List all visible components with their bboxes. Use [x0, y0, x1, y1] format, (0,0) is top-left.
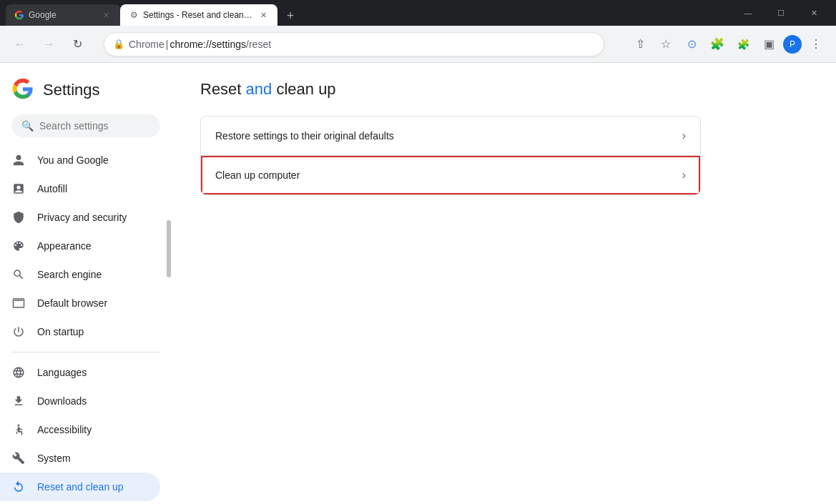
back-button[interactable]: ← — [9, 33, 31, 56]
search-input[interactable] — [39, 120, 150, 132]
search-container: 🔍 — [0, 114, 172, 146]
sidebar-item-accessibility[interactable]: Accessibility — [0, 415, 160, 444]
appearance-icon — [11, 239, 26, 253]
title-bar: Google ✕ ⚙ Settings - Reset and clean up… — [0, 0, 836, 26]
restore-defaults-row[interactable]: Restore settings to their original defau… — [201, 117, 700, 156]
tab-settings-title: Settings - Reset and clean up — [143, 10, 253, 20]
sidebar-item-privacy-security[interactable]: Privacy and security — [0, 203, 160, 232]
url-separator: | — [166, 39, 169, 50]
address-bar: ← → ↻ 🔒 Chrome | chrome://settings /rese… — [0, 26, 836, 63]
sidebar-item-default-browser[interactable]: Default browser — [0, 289, 160, 317]
sidebar-nav: You and Google Autofill Privacy and secu… — [0, 146, 172, 504]
forward-button[interactable]: → — [37, 33, 60, 56]
google-logo — [11, 77, 34, 103]
reload-button[interactable]: ↻ — [66, 33, 89, 56]
browser-content: Settings 🔍 You and Google — [0, 63, 836, 504]
sidebar-scrollbar[interactable] — [166, 63, 172, 504]
sidebar-item-reset-clean[interactable]: Reset and clean up — [0, 473, 160, 501]
tab-google-close[interactable]: ✕ — [100, 9, 112, 21]
languages-icon — [11, 365, 26, 380]
minimize-button[interactable]: — — [732, 0, 764, 26]
page-heading-link: and — [246, 80, 272, 98]
url-bar[interactable]: 🔒 Chrome | chrome://settings /reset — [104, 32, 604, 56]
autofill-icon — [11, 182, 26, 196]
reset-icon — [11, 480, 26, 494]
sidebar-item-system[interactable]: System — [0, 444, 160, 473]
menu-button[interactable]: ⋮ — [805, 33, 827, 56]
sidebar-label-languages: Languages — [37, 367, 87, 378]
settings-sidebar: Settings 🔍 You and Google — [0, 63, 172, 504]
profile-avatar[interactable]: P — [783, 35, 802, 54]
share-button[interactable]: ⇧ — [629, 33, 651, 56]
restore-defaults-label: Restore settings to their original defau… — [215, 130, 394, 142]
sidebar-item-languages[interactable]: Languages — [0, 358, 160, 387]
tab-settings-close[interactable]: ✕ — [257, 9, 269, 21]
sidebar-label-system: System — [37, 453, 71, 464]
accessibility-icon — [11, 423, 26, 437]
settings-card: Restore settings to their original defau… — [200, 116, 701, 195]
tab-settings-favicon: ⚙ — [129, 10, 139, 20]
url-scheme: Chrome — [129, 39, 164, 50]
settings-header: Settings — [0, 69, 172, 114]
sidebar-item-search-engine[interactable]: Search engine — [0, 260, 160, 289]
tab-bar: Google ✕ ⚙ Settings - Reset and clean up… — [0, 4, 726, 26]
sidebar-label-downloads: Downloads — [37, 395, 87, 407]
sidebar-label-search-engine: Search engine — [37, 269, 102, 280]
restore-defaults-arrow: › — [682, 129, 686, 142]
page-heading-text2: clean up — [272, 80, 335, 98]
url-text: Chrome | chrome://settings /reset — [129, 39, 271, 50]
sidebar-label-appearance: Appearance — [37, 240, 92, 252]
new-tab-button[interactable]: + — [280, 6, 300, 26]
settings-title: Settings — [43, 81, 100, 99]
sidebar-item-appearance[interactable]: Appearance — [0, 232, 160, 260]
sidebar-item-you-and-google[interactable]: You and Google — [0, 146, 160, 174]
main-content: Reset and clean up Restore settings to t… — [172, 63, 836, 504]
browser-frame: Google ✕ ⚙ Settings - Reset and clean up… — [0, 0, 836, 504]
maximize-button[interactable]: ☐ — [764, 0, 797, 26]
tab-settings[interactable]: ⚙ Settings - Reset and clean up ✕ — [120, 4, 277, 26]
sidebar-item-autofill[interactable]: Autofill — [0, 174, 160, 203]
tab-google-favicon — [14, 10, 24, 20]
window-controls: — ☐ ✕ — [726, 0, 836, 26]
url-security-icon: 🔒 — [113, 39, 124, 49]
downloads-icon — [11, 394, 26, 408]
sidebar-label-reset-clean: Reset and clean up — [37, 481, 124, 493]
sidebar-label-accessibility: Accessibility — [37, 424, 92, 435]
default-browser-icon — [11, 296, 26, 310]
clean-up-computer-arrow: › — [682, 169, 686, 182]
on-startup-icon — [11, 325, 26, 339]
search-engine-icon — [11, 267, 26, 282]
sidebar-label-privacy-security: Privacy and security — [37, 212, 127, 223]
sidebar-item-downloads[interactable]: Downloads — [0, 387, 160, 415]
bookmark-button[interactable]: ☆ — [654, 33, 677, 56]
sidebar-item-on-startup[interactable]: On startup — [0, 317, 160, 346]
url-domain: chrome://settings — [169, 39, 246, 50]
clean-up-computer-label: Clean up computer — [215, 169, 300, 181]
svg-point-0 — [18, 425, 20, 427]
page-heading-text1: Reset — [200, 80, 246, 98]
split-view-button[interactable]: ▣ — [757, 33, 780, 56]
page-heading: Reset and clean up — [200, 80, 807, 99]
profile-circle[interactable]: ⊙ — [680, 33, 703, 56]
url-path: /reset — [246, 39, 271, 50]
search-icon: 🔍 — [21, 120, 34, 132]
extensions-button[interactable]: 🧩 — [706, 33, 729, 56]
sidebar-label-autofill: Autofill — [37, 183, 67, 194]
clean-up-computer-row[interactable]: Clean up computer › — [201, 156, 700, 194]
sidebar-divider-1 — [11, 352, 160, 352]
person-icon — [11, 153, 26, 167]
tab-google[interactable]: Google ✕ — [6, 4, 120, 26]
system-icon — [11, 451, 26, 465]
extensions-puzzle[interactable]: 🧩 — [732, 33, 754, 56]
shield-icon — [11, 210, 26, 224]
tab-google-title: Google — [29, 10, 96, 20]
sidebar-scroll-thumb — [167, 220, 171, 277]
close-button[interactable]: ✕ — [797, 0, 830, 26]
toolbar-icons: ⇧ ☆ ⊙ 🧩 🧩 ▣ P ⋮ — [629, 33, 827, 56]
sidebar-label-default-browser: Default browser — [37, 297, 107, 309]
sidebar-label-on-startup: On startup — [37, 326, 84, 337]
sidebar-label-you-and-google: You and Google — [37, 154, 109, 166]
